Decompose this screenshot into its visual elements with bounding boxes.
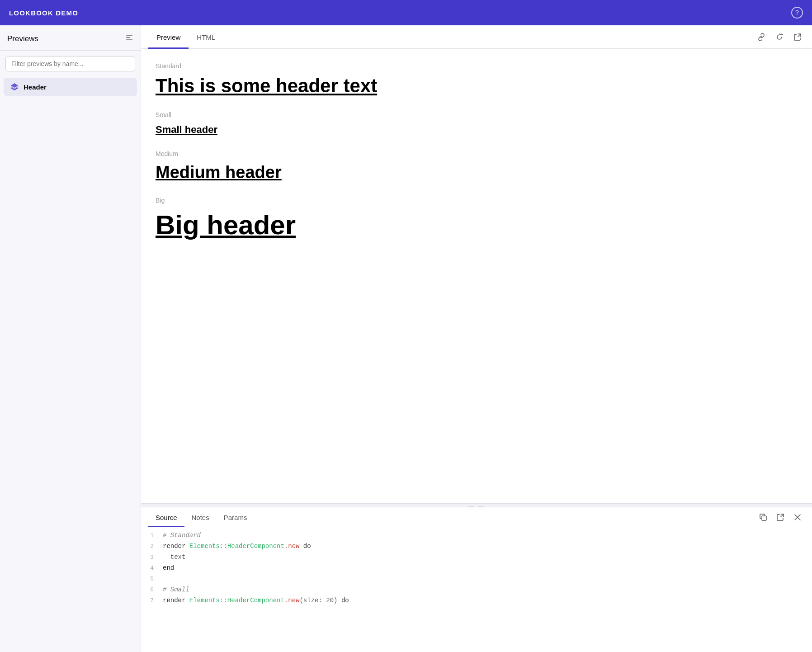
line-num-2: 2 — [141, 543, 163, 550]
line-content-4: end — [163, 564, 812, 572]
preview-section-big: Big Big header — [156, 197, 798, 241]
refresh-button[interactable] — [772, 30, 787, 44]
sidebar-item-label: Header — [24, 83, 47, 91]
line-content-1: # Standard — [163, 532, 812, 539]
preview-section-small: Small Small header — [156, 111, 798, 136]
collapse-button[interactable] — [125, 33, 133, 44]
bottom-tabs-bar: Source Notes Params — [141, 507, 812, 527]
tab-params[interactable]: Params — [217, 507, 255, 527]
tab-preview[interactable]: Preview — [148, 25, 189, 49]
search-input[interactable] — [5, 56, 135, 71]
svg-rect-3 — [762, 516, 766, 520]
sidebar-item-header[interactable]: Header — [4, 78, 137, 96]
tab-source[interactable]: Source — [148, 507, 184, 527]
preview-panel: Standard This is some header text Small … — [141, 49, 812, 504]
resize-handle[interactable]: — — — [141, 504, 812, 507]
code-panel: 1 # Standard 2 render Elements::HeaderCo… — [141, 527, 812, 652]
svg-rect-0 — [126, 35, 132, 36]
link-button[interactable] — [754, 30, 769, 44]
line-num-5: 5 — [141, 575, 163, 582]
preview-label-big: Big — [156, 197, 798, 204]
code-line-5: 5 — [141, 574, 812, 585]
tab-html[interactable]: HTML — [189, 25, 223, 49]
code-line-7: 7 render Elements::HeaderComponent.new(s… — [141, 596, 812, 607]
copy-button[interactable] — [756, 510, 770, 524]
tabs-left: Preview HTML — [148, 25, 223, 48]
line-num-3: 3 — [141, 553, 163, 561]
line-num-1: 1 — [141, 532, 163, 539]
code-line-6: 6 # Small — [141, 585, 812, 596]
bottom-tabs-left: Source Notes Params — [148, 507, 254, 527]
layers-icon — [10, 82, 19, 91]
sidebar: Previews Header — [0, 25, 141, 652]
line-num-6: 6 — [141, 586, 163, 593]
external-button[interactable] — [790, 30, 805, 44]
topbar: LOOKBOOK DEMO ? — [0, 0, 812, 25]
code-line-3: 3 text — [141, 553, 812, 563]
preview-label-standard: Standard — [156, 62, 798, 70]
tabs-bar: Preview HTML — [141, 25, 812, 49]
bottom-tabs-right — [756, 510, 805, 524]
app-title: LOOKBOOK DEMO — [9, 9, 78, 17]
help-button[interactable]: ? — [791, 7, 803, 19]
bottom-share-button[interactable] — [773, 510, 788, 524]
code-line-2: 2 render Elements::HeaderComponent.new d… — [141, 542, 812, 553]
line-content-6: # Small — [163, 586, 812, 593]
help-icon: ? — [795, 9, 799, 16]
close-button[interactable] — [790, 510, 805, 524]
preview-header-standard: This is some header text — [156, 75, 798, 97]
bottom-panel: Source Notes Params — [141, 507, 812, 652]
preview-header-big: Big header — [156, 209, 798, 241]
preview-label-small: Small — [156, 111, 798, 118]
svg-rect-2 — [126, 39, 132, 40]
main-layout: Previews Header — [0, 25, 812, 652]
preview-header-medium: Medium header — [156, 163, 798, 182]
preview-section-standard: Standard This is some header text — [156, 62, 798, 97]
tabs-right — [754, 30, 805, 44]
code-line-4: 4 end — [141, 563, 812, 574]
sidebar-header: Previews — [0, 25, 141, 51]
preview-section-medium: Medium Medium header — [156, 150, 798, 182]
preview-header-small: Small header — [156, 124, 798, 136]
line-num-7: 7 — [141, 597, 163, 604]
line-content-7: render Elements::HeaderComponent.new(siz… — [163, 597, 812, 604]
preview-label-medium: Medium — [156, 150, 798, 157]
line-num-4: 4 — [141, 564, 163, 572]
line-content-3: text — [163, 553, 812, 561]
sidebar-title: Previews — [7, 34, 38, 43]
content-area: Preview HTML — [141, 25, 812, 652]
svg-rect-1 — [126, 37, 130, 38]
code-line-1: 1 # Standard — [141, 531, 812, 542]
tab-notes[interactable]: Notes — [184, 507, 217, 527]
line-content-2: render Elements::HeaderComponent.new do — [163, 543, 812, 550]
